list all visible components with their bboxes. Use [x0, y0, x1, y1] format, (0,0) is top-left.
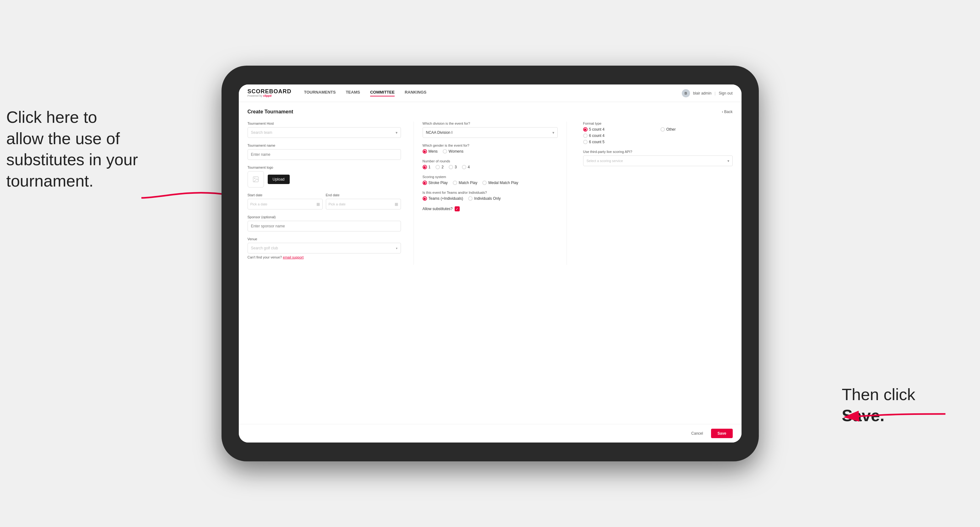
svg-point-2	[254, 178, 255, 179]
email-support-link[interactable]: email support	[283, 256, 304, 259]
tournament-host-input[interactable]: Search team ▾	[248, 127, 401, 138]
nav-teams[interactable]: TEAMS	[345, 90, 360, 97]
round-1[interactable]: 1	[423, 165, 431, 169]
round-1-radio[interactable]	[423, 165, 427, 169]
scoring-match[interactable]: Match Play	[453, 181, 477, 185]
scoring-label: Scoring system	[423, 175, 558, 179]
dates-section: Start date Pick a date ▦ End date Pick a…	[248, 193, 401, 210]
form-col-mid: Which division is the event for? NCAA Di…	[414, 122, 567, 265]
scoring-api-section: Use third-party live scoring API? Select…	[583, 150, 733, 166]
gender-mens[interactable]: Mens	[423, 149, 438, 154]
round-2-radio[interactable]	[436, 165, 440, 169]
tournament-host-label: Tournament Host	[248, 122, 401, 125]
logo-powered: Powered by clippd	[248, 94, 291, 98]
format-other-radio[interactable]	[660, 127, 665, 132]
format-6count4-radio[interactable]	[583, 133, 587, 138]
form-col-left: Tournament Host Search team ▾ Tournament…	[248, 122, 401, 265]
rounds-radio-group: 1 2 3 4	[423, 165, 558, 169]
venue-dropdown-arrow: ▾	[396, 246, 398, 250]
round-3-radio[interactable]	[449, 165, 453, 169]
format-6count5-radio[interactable]	[583, 140, 587, 144]
substitutes-section: Allow substitutes? ✓	[423, 206, 558, 211]
sign-out-link[interactable]: Sign out	[719, 91, 732, 95]
stroke-play-radio[interactable]	[423, 181, 427, 185]
nav-user: B blair admin | Sign out	[682, 89, 733, 97]
tournament-name-input[interactable]	[248, 149, 401, 160]
event-individuals[interactable]: Individuals Only	[468, 196, 501, 201]
cancel-button[interactable]: Cancel	[686, 429, 708, 438]
gender-mens-radio[interactable]	[423, 149, 427, 154]
teams-radio[interactable]	[423, 196, 427, 201]
venue-input[interactable]: Search golf club ▾	[248, 243, 401, 254]
end-date-input[interactable]: Pick a date ▦	[326, 199, 401, 210]
format-section: Format type 5 count 4 Other	[583, 122, 733, 144]
scoring-medal[interactable]: Medal Match Play	[482, 181, 518, 185]
tablet-frame: SCOREBOARD Powered by clippd TOURNAMENTS…	[221, 66, 759, 461]
form-col-right: Format type 5 count 4 Other	[579, 122, 733, 265]
back-button[interactable]: ‹ Back	[722, 110, 732, 114]
arrow-right-annotation	[835, 398, 948, 430]
save-button[interactable]: Save	[711, 429, 732, 438]
logo-upload-area: Upload	[248, 171, 401, 187]
scoring-service-select[interactable]: Select a scoring service ▾	[583, 156, 733, 166]
match-play-radio[interactable]	[453, 181, 457, 185]
round-4[interactable]: 4	[462, 165, 470, 169]
substitutes-label: Allow substitutes?	[423, 206, 453, 211]
logo-scoreboard: SCOREBOARD	[248, 89, 291, 94]
scoring-section: Scoring system Stroke Play Match Play	[423, 175, 558, 185]
event-teams[interactable]: Teams (+Individuals)	[423, 196, 463, 201]
tournament-logo-section: Tournament logo Upload	[248, 165, 401, 187]
scoring-service-arrow: ▾	[728, 159, 729, 163]
venue-label: Venue	[248, 237, 401, 241]
navbar: SCOREBOARD Powered by clippd TOURNAMENTS…	[239, 84, 741, 102]
rounds-label: Number of rounds	[423, 159, 558, 163]
round-3[interactable]: 3	[449, 165, 457, 169]
user-name: blair admin	[693, 91, 712, 95]
round-2[interactable]: 2	[436, 165, 444, 169]
tournament-name-section: Tournament name	[248, 143, 401, 160]
gender-section: Which gender is the event for? Mens Wome…	[423, 143, 558, 154]
start-date-input[interactable]: Pick a date ▦	[248, 199, 323, 210]
gender-womens-radio[interactable]	[443, 149, 447, 154]
sponsor-section: Sponsor (optional)	[248, 215, 401, 232]
gender-label: Which gender is the event for?	[423, 143, 558, 147]
nav-committee[interactable]: COMMITTEE	[370, 90, 395, 97]
format-5count4-radio[interactable]	[583, 127, 587, 132]
event-type-label: Is this event for Teams and/or Individua…	[423, 190, 558, 194]
gender-radio-group: Mens Womens	[423, 149, 558, 154]
nav-tournaments[interactable]: TOURNAMENTS	[304, 90, 336, 97]
venue-hint: Can't find your venue? email support	[248, 256, 401, 259]
format-5count4[interactable]: 5 count 4	[583, 127, 655, 132]
round-4-radio[interactable]	[462, 165, 466, 169]
venue-section: Venue Search golf club ▾ Can't find your…	[248, 237, 401, 259]
medal-match-radio[interactable]	[482, 181, 487, 185]
form-footer: Cancel Save	[239, 424, 741, 443]
format-other[interactable]: Other	[660, 127, 733, 132]
logo-area: SCOREBOARD Powered by clippd	[248, 89, 291, 98]
page-content: Create Tournament ‹ Back Tournament Host…	[239, 102, 741, 443]
sponsor-input[interactable]	[248, 221, 401, 232]
host-dropdown-arrow: ▾	[396, 131, 398, 135]
division-input[interactable]: NCAA Division I ▾	[423, 127, 558, 138]
tournament-host-section: Tournament Host Search team ▾	[248, 122, 401, 138]
gender-womens[interactable]: Womens	[443, 149, 463, 154]
substitutes-checkbox-label[interactable]: Allow substitutes? ✓	[423, 206, 558, 211]
annotation-left: Click here to allow the use of substitut…	[6, 107, 138, 192]
end-date-label: End date	[326, 193, 401, 197]
nav-rankings[interactable]: RANKINGS	[405, 90, 426, 97]
sponsor-label: Sponsor (optional)	[248, 215, 401, 219]
end-cal-icon: ▦	[395, 202, 398, 206]
substitutes-checkbox[interactable]: ✓	[455, 206, 460, 211]
format-6count4[interactable]: 6 count 4	[583, 133, 655, 138]
division-dropdown-arrow: ▾	[553, 131, 554, 135]
individuals-radio[interactable]	[468, 196, 473, 201]
start-date-label: Start date	[248, 193, 323, 197]
form-grid: Tournament Host Search team ▾ Tournament…	[248, 122, 733, 265]
page-title: Create Tournament	[248, 109, 293, 114]
upload-button[interactable]: Upload	[268, 175, 290, 184]
division-label: Which division is the event for?	[423, 122, 558, 125]
format-6count5[interactable]: 6 count 5	[583, 140, 655, 144]
scoring-stroke[interactable]: Stroke Play	[423, 181, 448, 185]
division-section: Which division is the event for? NCAA Di…	[423, 122, 558, 138]
start-cal-icon: ▦	[317, 202, 320, 206]
